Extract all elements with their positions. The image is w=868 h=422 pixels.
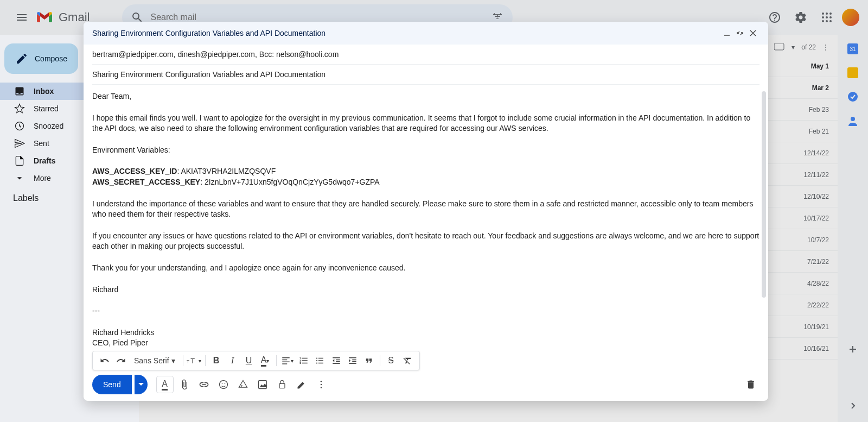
numbered-list-button[interactable] — [296, 353, 311, 368]
mail-date: Feb 23 — [809, 106, 829, 114]
add-app-icon[interactable] — [847, 344, 858, 355]
mail-date: 7/21/22 — [807, 258, 829, 266]
settings-button[interactable] — [790, 7, 812, 28]
input-mode-chevron[interactable]: ▾ — [792, 43, 795, 51]
indent-more-button[interactable] — [345, 353, 360, 368]
sidebar-item-label: Sent — [34, 139, 49, 148]
remove-formatting-button[interactable] — [400, 353, 415, 368]
more-button[interactable]: ⋮ — [822, 43, 829, 51]
italic-button[interactable]: I — [225, 353, 240, 368]
mail-date: 12/10/22 — [803, 193, 829, 200]
hide-panel-icon[interactable] — [847, 400, 858, 411]
insert-signature-button[interactable] — [293, 376, 310, 393]
side-panel: 31 — [838, 35, 868, 422]
discard-draft-button[interactable] — [742, 376, 760, 393]
compose-body[interactable]: Dear Team, I hope this email finds you w… — [84, 85, 768, 368]
bold-icon: B — [213, 356, 220, 366]
confidential-mode-button[interactable] — [273, 376, 291, 393]
subject-field[interactable]: Sharing Environment Configuration Variab… — [92, 65, 760, 85]
pencil-icon — [15, 52, 28, 65]
mail-date: 10/16/21 — [803, 345, 829, 352]
body-greeting: Dear Team, — [92, 91, 760, 102]
insert-link-button[interactable] — [195, 376, 213, 393]
send-options-button[interactable] — [135, 375, 148, 394]
insert-drive-button[interactable] — [234, 376, 252, 393]
indent-more-icon — [348, 356, 358, 366]
text-format-icon: A — [162, 379, 168, 390]
compose-header[interactable]: Sharing Environment Configuration Variab… — [84, 22, 768, 45]
font-size-button[interactable]: TT▾ — [187, 353, 202, 368]
strikethrough-button[interactable]: S — [384, 353, 399, 368]
sidebar-item-label: More — [34, 174, 51, 182]
insert-photo-button[interactable] — [254, 376, 271, 393]
quote-button[interactable] — [361, 353, 376, 368]
trash-icon — [745, 379, 756, 390]
close-button[interactable] — [746, 27, 760, 40]
svg-point-19 — [316, 360, 317, 361]
account-avatar[interactable] — [842, 9, 859, 26]
main-menu-button[interactable] — [9, 4, 35, 30]
link-icon — [199, 379, 209, 390]
send-icon — [14, 138, 25, 149]
send-button[interactable]: Send — [92, 375, 132, 394]
svg-text:31: 31 — [850, 46, 856, 52]
svg-point-6 — [822, 20, 824, 22]
attach-file-button[interactable] — [176, 376, 193, 393]
input-mode-button[interactable] — [774, 43, 785, 51]
body-p3: If you encounter any issues or have ques… — [92, 231, 760, 252]
svg-point-3 — [822, 16, 824, 18]
body-scrollbar[interactable] — [762, 91, 766, 298]
star-icon — [14, 103, 25, 114]
exit-fullscreen-button[interactable] — [733, 27, 746, 40]
svg-point-28 — [320, 387, 322, 389]
recipients-field[interactable]: bertram@piedpiper.com, dinesh@piedpiper.… — [92, 45, 760, 65]
svg-point-0 — [822, 12, 824, 15]
body-sig-name: Richard Hendricks — [92, 327, 760, 338]
font-family-select[interactable]: Sans Serif ▾ — [130, 356, 180, 365]
mail-date: May 1 — [811, 62, 829, 70]
underline-button[interactable]: U — [241, 353, 257, 368]
paperclip-icon — [179, 379, 190, 390]
text-color-button[interactable]: A▾ — [258, 353, 273, 368]
formatting-options-button[interactable]: A — [156, 376, 174, 393]
svg-point-8 — [829, 20, 832, 22]
body-sig-title: CEO, Pied Piper — [92, 338, 760, 349]
svg-point-21 — [219, 381, 227, 389]
more-options-button[interactable] — [312, 376, 330, 393]
drive-icon — [238, 379, 248, 390]
svg-point-2 — [829, 12, 832, 15]
minimize-button[interactable] — [720, 27, 733, 40]
strike-icon: S — [388, 356, 394, 366]
bulleted-list-button[interactable] — [312, 353, 328, 368]
insert-emoji-button[interactable] — [215, 376, 232, 393]
align-button[interactable]: ▾ — [280, 353, 295, 368]
tasks-app-icon[interactable] — [847, 91, 858, 102]
indent-less-button[interactable] — [329, 353, 344, 368]
svg-text:T: T — [187, 360, 189, 364]
sidebar-item-label: Snoozed — [34, 122, 63, 130]
calendar-app-icon[interactable]: 31 — [847, 43, 858, 54]
italic-icon: I — [231, 356, 234, 366]
apps-button[interactable] — [816, 7, 838, 28]
compose-button[interactable]: Compose — [4, 43, 78, 74]
inbox-icon — [14, 86, 25, 97]
gear-icon — [794, 11, 807, 24]
ul-icon — [315, 356, 325, 366]
undo-button[interactable] — [97, 353, 112, 368]
compose-window: Sharing Environment Configuration Variab… — [84, 22, 768, 401]
exit-fullscreen-icon — [736, 29, 744, 37]
svg-point-20 — [316, 362, 317, 363]
bold-button[interactable]: B — [209, 353, 224, 368]
gmail-logo[interactable]: Gmail — [37, 10, 90, 24]
contacts-app-icon[interactable] — [847, 115, 858, 126]
mail-date: Mar 2 — [812, 84, 829, 92]
indent-less-icon — [331, 356, 341, 366]
undo-icon — [100, 356, 110, 366]
search-input[interactable] — [150, 12, 491, 22]
close-icon — [749, 29, 757, 37]
body-p2: I understand the importance of these var… — [92, 199, 760, 220]
keep-app-icon[interactable] — [847, 67, 858, 78]
redo-button[interactable] — [113, 353, 129, 368]
chevron-down-icon — [138, 382, 144, 387]
svg-point-5 — [829, 16, 832, 18]
